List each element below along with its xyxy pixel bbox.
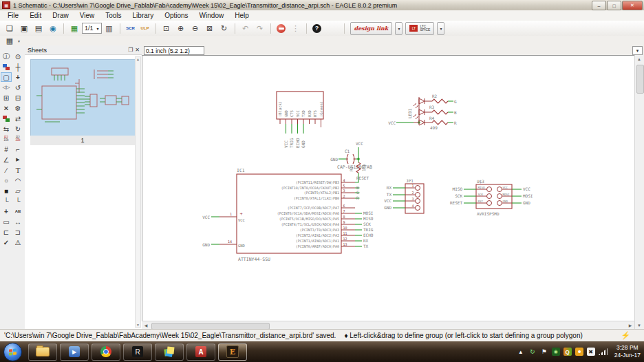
tool-junction[interactable]: +: [1, 206, 12, 216]
chevron-down-icon[interactable]: ▾: [18, 39, 20, 43]
component-isp-header[interactable]: U$3 MISO SCK RST: [450, 179, 533, 216]
scroll-left-icon[interactable]: ◀: [142, 321, 150, 329]
float-panel-icon[interactable]: ❐: [128, 47, 133, 53]
tool-copy[interactable]: ⊞: [1, 93, 12, 103]
tool-attribute[interactable]: ▭: [1, 217, 12, 226]
taskbar-chrome[interactable]: [92, 343, 120, 361]
tool-pinswap[interactable]: ⇆: [1, 124, 12, 134]
run-script-icon[interactable]: SCR: [124, 22, 138, 34]
taskbar-autocad[interactable]: A: [186, 343, 215, 361]
tool-delete[interactable]: ✕: [1, 103, 12, 113]
tool-net[interactable]: └: [12, 196, 23, 206]
sheet-selector[interactable]: 1/1 ▾: [82, 23, 102, 34]
menu-view[interactable]: View: [74, 10, 100, 21]
menu-library[interactable]: Library: [127, 10, 160, 21]
tool-erc[interactable]: ✓: [1, 237, 12, 247]
print-icon[interactable]: ▤: [32, 22, 45, 34]
run-ulp-icon[interactable]: ULP: [138, 22, 152, 34]
tool-change[interactable]: ⚙: [12, 103, 23, 113]
component-ic1-attiny44[interactable]: IC1 ATTINY44-SSU 1 VCC + VCC 14 GND GND: [202, 168, 374, 262]
export-image-icon[interactable]: ◉: [46, 22, 60, 34]
network-signal-icon[interactable]: [599, 348, 608, 355]
tool-gateswap[interactable]: ⇄: [12, 114, 23, 123]
vertical-scroll-thumb[interactable]: [636, 65, 644, 94]
ltspice-dropdown[interactable]: ▾: [437, 22, 444, 35]
action-center-icon[interactable]: ⚑: [540, 348, 548, 356]
open-icon[interactable]: ❏: [3, 22, 17, 34]
component-cap-and-pullup[interactable]: GND VCC C1 CAP-US1206FAB R1 10k RESET: [330, 141, 372, 182]
start-button[interactable]: [3, 343, 22, 361]
sheet-1-label[interactable]: 1: [30, 136, 135, 145]
taskbar-clock[interactable]: 3:28 PM 24-Jun-17: [614, 344, 641, 359]
taskbar-explorer[interactable]: [28, 343, 57, 361]
component-ftdi-header[interactable]: (Black) GND CTS VCC TXD RXD RTS (Green) …: [277, 92, 323, 148]
tool-label[interactable]: AB: [12, 206, 23, 216]
menu-file[interactable]: File: [2, 10, 24, 21]
tool-port[interactable]: ⊐: [12, 227, 23, 237]
offline-tray-icon[interactable]: ✖: [587, 348, 595, 356]
maximize-button[interactable]: □: [607, 1, 621, 10]
tool-name[interactable]: R210k: [1, 134, 12, 144]
tool-text[interactable]: T: [12, 165, 23, 175]
grid-icon[interactable]: ▦: [67, 22, 81, 34]
sync-tray-icon[interactable]: ↻: [528, 348, 537, 356]
layers-icon[interactable]: ▥: [103, 22, 116, 34]
tool-move[interactable]: +: [12, 72, 23, 82]
taskbar-rhino[interactable]: R: [123, 343, 152, 361]
tool-polygon[interactable]: ▱: [12, 186, 23, 195]
stop-icon[interactable]: [275, 22, 288, 34]
zoom-redraw-icon[interactable]: ↻: [217, 22, 231, 34]
tool-circle[interactable]: ○: [1, 175, 12, 185]
menu-options[interactable]: Options: [159, 10, 193, 21]
design-link-button[interactable]: design link: [350, 22, 393, 35]
menu-draw[interactable]: Draw: [47, 10, 74, 21]
tool-replace[interactable]: ↻: [12, 124, 23, 134]
schematic-canvas[interactable]: (Black) GND CTS VCC TXD RXD RTS (Green) …: [142, 55, 634, 321]
minimize-button[interactable]: –: [592, 1, 606, 10]
tool-paste[interactable]: ⊟: [12, 93, 23, 103]
tool-smash[interactable]: #: [1, 145, 12, 154]
menu-window[interactable]: Window: [194, 10, 230, 21]
scroll-up-icon[interactable]: ▲: [635, 55, 643, 63]
tool-show[interactable]: ⊙: [12, 52, 23, 61]
tool-module[interactable]: ⊏: [1, 227, 12, 237]
help-icon[interactable]: ?: [310, 22, 324, 34]
menu-edit[interactable]: Edit: [24, 10, 47, 21]
tool-rotate[interactable]: ↺: [12, 83, 23, 92]
tool-wire[interactable]: ∕: [1, 165, 12, 175]
redo-icon[interactable]: ↷: [253, 22, 267, 34]
tool-group[interactable]: ▢: [1, 72, 12, 82]
tool-mark[interactable]: ┼: [12, 62, 23, 72]
tool-rect[interactable]: ■: [1, 186, 12, 195]
sheet-1-thumbnail[interactable]: [30, 59, 136, 136]
scroll-right-icon[interactable]: ▶: [626, 321, 634, 329]
component-jp1-header[interactable]: JP1 1 2 3 4 RX TX VCC GND: [384, 178, 424, 213]
tool-invoke[interactable]: ▶: [12, 155, 23, 164]
taskbar-eagle[interactable]: E: [218, 343, 247, 361]
tool-display[interactable]: [1, 62, 12, 72]
zoom-select-icon[interactable]: ⊠: [203, 22, 217, 34]
tool-mirror[interactable]: ◁▷: [1, 83, 12, 92]
taskbar-media-player[interactable]: ▶: [60, 343, 89, 361]
tool-split[interactable]: ∠: [1, 155, 12, 164]
command-history-dropdown[interactable]: ▾: [632, 46, 643, 55]
design-link-dropdown[interactable]: ▾: [395, 22, 402, 35]
sheets-scrollbar[interactable]: ▲ ▼: [135, 56, 141, 328]
show-hidden-icons[interactable]: ▴: [517, 348, 525, 356]
scroll-down-icon[interactable]: ▼: [136, 323, 140, 327]
ltspice-button[interactable]: LT LTC SPICE: [405, 22, 434, 35]
titlebar[interactable]: ▦ 1 Schematic - C:\Users\win 7\Google Dr…: [0, 0, 644, 11]
vertical-scrollbar[interactable]: ▲ ▼: [634, 55, 644, 329]
tool-bus[interactable]: └: [1, 196, 12, 206]
tool-info[interactable]: ⓘ: [1, 52, 12, 61]
tool-dimension[interactable]: ↔: [12, 217, 23, 226]
scroll-down-icon[interactable]: ▼: [635, 321, 643, 329]
horizontal-scrollbar[interactable]: ◀ ▶: [142, 321, 634, 329]
tool-value[interactable]: R210k: [12, 134, 23, 144]
nvidia-tray-icon[interactable]: ◉: [552, 348, 560, 356]
updater-tray-icon[interactable]: [575, 348, 583, 356]
zoom-fit-icon[interactable]: ⊡: [160, 22, 173, 34]
undo-icon[interactable]: ↶: [239, 22, 253, 34]
q-tray-icon[interactable]: Q: [564, 348, 572, 356]
grid-settings-icon[interactable]: ▦: [3, 36, 17, 45]
